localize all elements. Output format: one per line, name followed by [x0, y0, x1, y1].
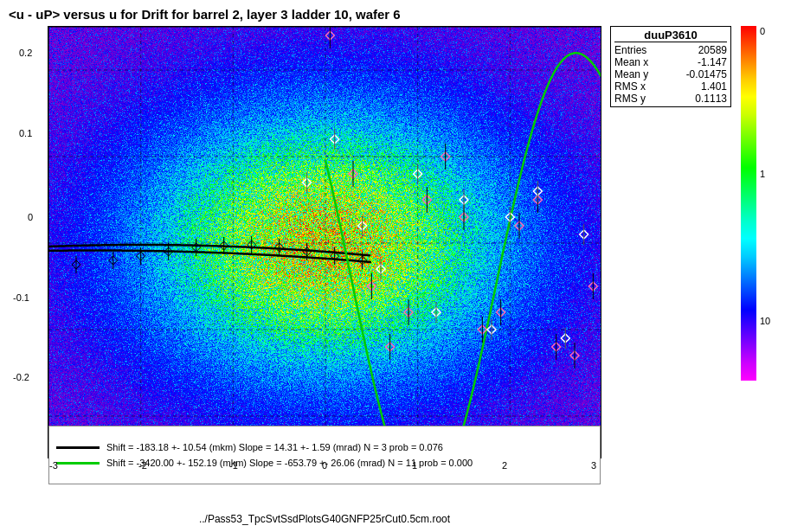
stat-label-meany: Mean y	[614, 68, 648, 80]
main-container: <u - uP> versus u for Drift for barrel 2…	[0, 0, 791, 532]
plot-title: <u - uP> versus u for Drift for barrel 2…	[9, 7, 401, 22]
y-tick-02: 0.2	[19, 48, 32, 58]
stat-val-meany: -0.01475	[686, 68, 727, 80]
stat-label-entries: Entries	[614, 44, 646, 56]
x-axis-label: ../Pass53_TpcSvtSsdPlotsG40GNFP25rCut0.5…	[48, 513, 601, 525]
stat-entries: Entries 20589 Mean x -1.147 Mean y -0.01…	[614, 44, 727, 105]
fit-legend: Shift = -183.18 +- 10.54 (mkm) Slope = 1…	[48, 426, 601, 484]
black-line-label: Shift = -183.18 +- 10.54 (mkm) Slope = 1…	[106, 442, 443, 452]
stat-val-rmsy: 0.1113	[695, 93, 727, 105]
scale-label-1: 1	[760, 169, 765, 179]
stat-label-rmsx: RMS x	[614, 80, 646, 93]
x-tick-1: 1	[412, 460, 417, 471]
scale-label-10: 10	[760, 316, 770, 326]
green-line-sample	[56, 462, 100, 465]
x-tick-neg2: -2	[138, 460, 147, 471]
x-tick-neg1: -1	[229, 460, 238, 471]
stat-rows: Entries 20589 Mean x -1.147 Mean y -0.01…	[614, 44, 727, 105]
x-tick-0: 0	[322, 460, 327, 471]
heatmap-canvas	[48, 27, 601, 458]
stat-row-entries: Entries 20589	[614, 44, 727, 56]
stats-legend: duuP3610 Entries 20589 Mean x -1.147 Mea…	[610, 26, 731, 107]
green-line-label: Shift = -3420.00 +- 152.19 (mkm) Slope =…	[106, 458, 473, 468]
stat-row-rmsx: RMS x 1.401	[614, 80, 727, 93]
x-tick-2: 2	[502, 460, 507, 471]
x-tick-3: 3	[591, 460, 596, 471]
color-scale-bar	[741, 26, 756, 381]
stat-row-meany: Mean y -0.01475	[614, 68, 727, 80]
y-tick-01: 0.1	[19, 128, 32, 138]
x-tick-neg3: -3	[49, 460, 58, 471]
stat-label-rmsy: RMS y	[614, 93, 646, 105]
stat-row-meanx: Mean x -1.147	[614, 56, 727, 68]
stat-row-rmsy: RMS y 0.1113	[614, 93, 727, 105]
y-tick-neg01: -0.1	[13, 292, 29, 303]
y-tick-neg02: -0.2	[13, 372, 29, 382]
scale-label-0: 0	[760, 26, 765, 36]
color-scale	[741, 26, 760, 381]
stat-val-rmsx: 1.401	[701, 80, 727, 93]
plot-area	[48, 26, 601, 458]
stat-val-entries: 20589	[698, 44, 727, 56]
y-tick-0: 0	[28, 212, 33, 222]
stat-label-meanx: Mean x	[614, 56, 648, 68]
stats-title: duuP3610	[614, 29, 727, 42]
black-line-sample	[56, 446, 100, 449]
legend-entry-black: Shift = -183.18 +- 10.54 (mkm) Slope = 1…	[49, 439, 600, 455]
stat-val-meanx: -1.147	[698, 56, 727, 68]
